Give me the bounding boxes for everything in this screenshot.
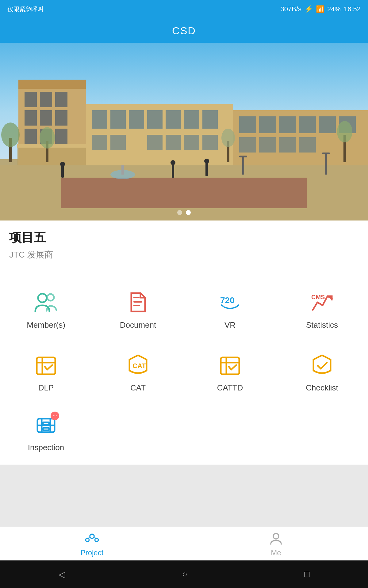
svg-rect-40 [279,137,296,153]
signal-icon: ⚡ [305,5,313,13]
cat-label: CAT [130,383,146,393]
menu-item-inspection[interactable]: ··· Inspection [0,402,92,462]
svg-point-62 [38,294,47,302]
svg-rect-59 [239,156,247,157]
project-nav-icon [84,531,100,546]
battery-icon: 24% [327,5,341,13]
svg-line-85 [88,537,90,539]
dot-1[interactable] [177,210,182,215]
svg-rect-18 [92,110,107,129]
svg-rect-41 [299,137,316,153]
svg-rect-52 [61,165,64,178]
svg-rect-10 [40,110,52,126]
svg-rect-33 [259,116,276,133]
svg-rect-36 [319,116,336,133]
menu-item-statistics[interactable]: CMS Statistics [276,279,368,339]
document-icon-wrap [124,288,152,316]
statistics-icon: CMS [310,290,334,315]
svg-rect-65 [133,305,140,306]
svg-rect-28 [166,135,181,150]
svg-rect-22 [166,110,181,129]
statistics-icon-wrap: CMS [308,288,336,316]
menu-row-3: ··· Inspection [0,402,368,465]
nav-item-me[interactable]: Me [184,531,368,557]
svg-rect-61 [322,153,330,154]
nav-item-project[interactable]: Project [0,531,184,557]
svg-rect-39 [259,137,276,153]
svg-rect-35 [299,116,316,133]
inspection-icon-wrap: ··· [32,411,60,439]
menu-row-2: DLP CAT CAT CATTD [0,342,368,402]
svg-rect-81 [43,428,49,430]
network-speed: 307B/s [280,5,301,13]
dlp-label: DLP [38,383,54,393]
menu-item-cattd[interactable]: CATTD [184,342,276,402]
svg-point-47 [221,129,235,147]
android-nav-bar: ◁ ○ □ [0,560,368,588]
menu-item-document[interactable]: Document [92,279,184,339]
svg-point-82 [90,534,94,538]
statistics-label: Statistics [306,320,338,330]
svg-point-45 [40,127,55,149]
image-dots [177,210,191,215]
svg-rect-7 [40,92,52,107]
svg-rect-80 [43,422,49,425]
svg-rect-11 [55,110,67,126]
dot-2[interactable] [186,210,191,215]
menu-item-checklist[interactable]: Checklist [276,342,368,402]
vr-icon: 720 [218,292,242,313]
menu-item-vr[interactable]: 720 VR [184,279,276,339]
back-button[interactable]: ◁ [59,569,65,579]
svg-point-57 [204,159,209,164]
svg-rect-5 [18,80,86,89]
svg-rect-54 [172,164,174,178]
members-label: Member(s) [27,320,65,330]
svg-rect-20 [129,110,144,129]
svg-rect-32 [239,116,256,133]
svg-rect-19 [110,110,126,129]
svg-rect-25 [92,135,107,150]
cattd-label: CATTD [217,383,243,393]
title-bar: CSD [0,18,368,43]
svg-rect-6 [25,92,37,107]
svg-point-87 [273,533,279,539]
document-icon [127,290,150,315]
menu-item-members[interactable]: Member(s) [0,279,92,339]
dlp-icon [34,353,58,377]
dlp-icon-wrap [32,351,60,379]
svg-rect-58 [242,156,244,175]
checklist-icon [310,353,334,377]
inspection-badge: ··· [51,412,59,420]
svg-rect-38 [239,137,256,153]
svg-rect-21 [147,110,163,129]
svg-text:CMS: CMS [311,294,325,300]
cat-icon-wrap: CAT [124,351,152,379]
svg-line-86 [94,537,96,539]
hero-image [0,43,368,221]
svg-rect-29 [184,135,199,150]
checklist-icon-wrap [308,351,336,379]
svg-rect-9 [25,110,37,126]
home-button[interactable]: ○ [182,569,187,579]
svg-rect-30 [202,135,218,150]
svg-rect-51 [121,165,124,175]
cattd-icon-wrap [216,351,244,379]
svg-text:CAT: CAT [132,362,146,370]
svg-rect-12 [25,129,37,144]
svg-point-55 [171,160,175,165]
menu-item-cat[interactable]: CAT CAT [92,342,184,402]
menu-row-1: Member(s) Document 720 [0,273,368,342]
project-developer: JTC 发展商 [9,249,359,267]
svg-rect-14 [55,129,67,144]
status-left-text: 仅限紧急呼叫 [7,5,43,13]
cat-icon: CAT [126,353,150,377]
checklist-label: Checklist [306,383,338,393]
recent-button[interactable]: □ [304,569,309,579]
project-nav-label: Project [81,548,104,557]
svg-point-49 [337,121,352,142]
svg-rect-27 [147,135,163,150]
document-label: Document [120,320,156,330]
menu-item-dlp[interactable]: DLP [0,342,92,402]
svg-point-53 [60,162,65,167]
svg-rect-8 [55,92,67,107]
